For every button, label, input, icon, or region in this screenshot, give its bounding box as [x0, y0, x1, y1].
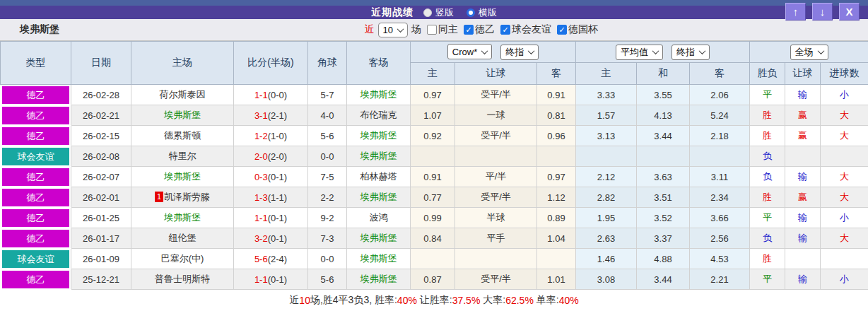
home-team-name: 普鲁士明斯特: [155, 274, 210, 284]
checkbox-same-home-label: 同主: [438, 23, 458, 36]
corner-cell: 7-5: [308, 167, 347, 187]
col-avg-home: 主: [576, 63, 637, 85]
page-title: 近期战绩: [371, 6, 414, 19]
fulltime-score: 1-1: [254, 90, 268, 100]
result-goals: 小: [840, 89, 849, 100]
result-goals: 大: [840, 192, 849, 202]
result-goals-cell: 大: [821, 167, 868, 187]
result-goals: 小: [840, 274, 849, 284]
fulltime-score: 1-1: [254, 274, 268, 285]
recent-results-window: 近期战绩 竖版 横版 ↑ ↓ X 埃弗斯堡 近 10 场 ✓ 同主 ✓ 德乙: [0, 0, 868, 311]
league-type-badge: 德乙: [2, 168, 69, 186]
corner-cell: 7-3: [308, 228, 347, 249]
col-avg-away: 客: [690, 63, 750, 85]
result-handicap-cell: 输: [785, 85, 821, 105]
result-wdl: 负: [763, 151, 772, 161]
radio-horizontal-icon[interactable]: [467, 8, 475, 17]
table-row: 德乙 26-02-01 1凯泽斯劳滕 1-3(1-1) 2-2 埃弗斯堡 0.7…: [1, 187, 868, 208]
result-wdl-cell: 负: [750, 146, 785, 167]
checkbox-german-cup[interactable]: ✓: [557, 25, 567, 35]
avg-away-odds: 3.66: [690, 208, 750, 228]
away-team-name: 埃弗斯堡: [360, 89, 397, 100]
type-cell: 德乙: [1, 269, 71, 290]
table-row: 德乙 25-12-21 普鲁士明斯特 1-1(0-1) 5-6 埃弗斯堡 0.8…: [1, 269, 868, 290]
avg-home-odds: 1.95: [576, 208, 637, 228]
summary-text-4: 40%: [397, 295, 417, 306]
handicap-home-odds: [411, 249, 455, 269]
handicap-away-odds: 0.97: [537, 167, 576, 187]
col-result-handicap: 让球: [785, 63, 821, 85]
handicap-home-odds: [411, 146, 455, 167]
league-type-badge: 德乙: [2, 209, 69, 227]
league-type-badge: 德乙: [2, 271, 69, 288]
checkbox-league2-label: 德乙: [475, 23, 495, 36]
handicap-select-group: Crow* 终指: [411, 42, 576, 63]
radio-horizontal[interactable]: 横版: [467, 6, 497, 19]
corner-cell: 0-0: [308, 146, 347, 167]
result-handicap-cell: 输: [785, 167, 821, 187]
avg-draw-odds: [637, 146, 690, 167]
away-team-name: 埃弗斯堡: [360, 233, 397, 243]
away-team-name: 埃弗斯堡: [360, 274, 397, 284]
avg-away-odds: 2.56: [690, 228, 750, 249]
checkbox-club-friendly[interactable]: ✓: [500, 25, 510, 35]
handicap-home-odds: 0.92: [411, 126, 455, 146]
away-team-cell: 布伦瑞克: [347, 105, 411, 126]
summary-bar: 近 10 场,胜4平3负3, 胜率: 40% 让胜率: 37.5% 大率: 62…: [0, 290, 868, 310]
home-team-cell: 埃弗斯堡: [131, 208, 234, 228]
close-button[interactable]: X: [839, 3, 860, 20]
fulltime-score: 2-0: [254, 151, 268, 162]
fulltime-score: 3-2: [254, 233, 268, 244]
avg-away-odds: [690, 146, 750, 167]
result-handicap: 赢: [798, 130, 807, 141]
handicap-line: 平/半: [455, 167, 537, 187]
home-team-cell: 荷尔斯泰因: [131, 85, 234, 105]
halftime-score: (2-0): [268, 151, 287, 162]
bookmaker-select[interactable]: Crow*: [447, 44, 492, 59]
handicap-line: 受平/半: [455, 187, 537, 208]
radio-vertical[interactable]: 竖版: [423, 6, 454, 19]
final-odds-select[interactable]: 终指: [500, 45, 539, 60]
scope-select[interactable]: 全场: [790, 45, 828, 60]
home-team-cell: 普鲁士明斯特: [131, 269, 234, 290]
col-away: 客场: [347, 42, 411, 85]
home-team-name: 埃弗斯堡: [164, 171, 201, 182]
score-cell: 1-2(1-0): [234, 126, 308, 146]
result-wdl-cell: 胜: [750, 187, 785, 208]
recent-count-select[interactable]: 10: [378, 23, 408, 37]
result-handicap: 输: [798, 233, 807, 243]
fulltime-score: 1-3: [254, 192, 268, 203]
checkbox-league2[interactable]: ✓: [464, 25, 474, 35]
radio-vertical-icon[interactable]: [423, 8, 432, 17]
col-home: 主场: [131, 42, 234, 85]
average-select-group: 平均值 终指: [576, 42, 750, 63]
result-goals-cell: 大: [821, 105, 868, 126]
move-down-button[interactable]: ↓: [812, 3, 833, 20]
avg-away-odds: 2.06: [690, 85, 750, 105]
result-goals-cell: 大: [821, 126, 868, 146]
scope-select-group: 全场: [750, 42, 868, 63]
halftime-score: (2-1): [268, 110, 287, 121]
result-goals: 小: [840, 212, 849, 223]
home-team-name: 巴塞尔(中): [161, 253, 204, 264]
type-cell: 德乙: [1, 85, 71, 105]
avg-draw-odds: 4.13: [637, 105, 690, 126]
handicap-away-odds: 0.96: [537, 126, 576, 146]
type-cell: 德乙: [1, 228, 71, 249]
checkbox-same-home[interactable]: ✓: [427, 25, 437, 35]
table-row: 德乙 26-02-15 德累斯顿 1-2(1-0) 5-6 埃弗斯堡 0.92 …: [1, 126, 868, 146]
move-up-button[interactable]: ↑: [785, 3, 806, 20]
home-team-name: 荷尔斯泰因: [160, 89, 206, 100]
date-cell: 26-02-07: [71, 167, 131, 187]
date-cell: 26-02-28: [71, 85, 131, 105]
final-odds-select-2[interactable]: 终指: [671, 45, 710, 60]
col-avg-draw: 和: [637, 63, 690, 85]
date-cell: 26-02-01: [71, 187, 131, 208]
result-goals-cell: 小: [821, 269, 868, 290]
average-select[interactable]: 平均值: [616, 45, 663, 60]
result-handicap-cell: 赢: [785, 126, 821, 146]
type-cell: 德乙: [1, 126, 71, 146]
avg-home-odds: 2.63: [576, 228, 637, 249]
home-team-name: 特里尔: [169, 151, 197, 161]
result-goals: 大: [840, 233, 849, 243]
